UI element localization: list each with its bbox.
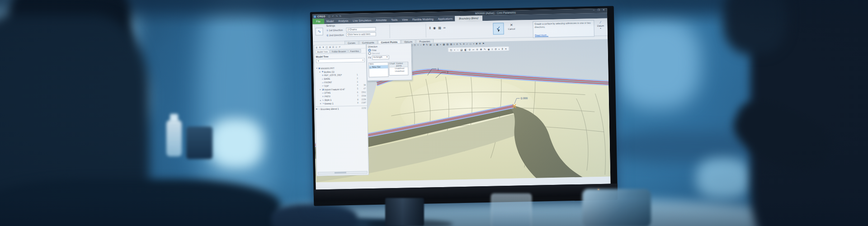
in-graphics-toolbar-icon[interactable]: + bbox=[454, 48, 455, 51]
preview-control-icon[interactable]: ◉ bbox=[433, 26, 436, 30]
graphics-toolbar-icon[interactable]: ✛ bbox=[463, 42, 465, 46]
in-graphics-toolbar-icon[interactable]: ▱ bbox=[472, 48, 474, 51]
ribbon-tab[interactable]: Annotate bbox=[373, 17, 389, 23]
ribbon-tab[interactable]: File bbox=[312, 19, 324, 24]
app-logo: CREO bbox=[317, 15, 326, 18]
qat-icon[interactable]: ↶ bbox=[332, 15, 334, 18]
in-graphics-toolbar-icon[interactable]: ✛ bbox=[476, 48, 478, 51]
panel-tab[interactable]: Options bbox=[401, 39, 415, 43]
in-graphics-toolbar-icon[interactable]: ✥ bbox=[480, 48, 482, 51]
in-graphics-toolbar-icon[interactable]: ◉ bbox=[488, 47, 490, 50]
chain-table-row[interactable]: Undefined bbox=[389, 70, 408, 73]
panel-tab[interactable]: Curves bbox=[344, 41, 359, 45]
graphics-toolbar-icon[interactable]: ✚ bbox=[423, 43, 425, 47]
graphics-toolbar-icon[interactable]: ◊ bbox=[453, 42, 455, 46]
datum-group[interactable]: ∕ Datum ▾ bbox=[594, 20, 607, 30]
panel-tab[interactable]: Control Points bbox=[378, 40, 401, 44]
graphics-toolbar-icon[interactable]: ◧ bbox=[436, 43, 439, 46]
graphics-toolbar-icon[interactable]: + bbox=[417, 43, 419, 47]
graphics-toolbar-icon[interactable]: − bbox=[420, 43, 421, 47]
panel-tab[interactable]: Constraints bbox=[359, 40, 377, 44]
graphics-toolbar-icon[interactable]: ⌖ bbox=[473, 42, 474, 46]
model-tree-toolbar-icon[interactable]: ⚙ bbox=[319, 46, 321, 48]
graphics-toolbar-icon[interactable]: ✱ bbox=[476, 42, 477, 45]
glass-cup[interactable] bbox=[491, 193, 532, 226]
person-left-hand[interactable] bbox=[271, 204, 357, 226]
model-tree-toolbar-icon[interactable]: ⊞ bbox=[329, 46, 331, 48]
ribbon-tab[interactable]: View bbox=[400, 17, 410, 22]
in-graphics-toolbar-icon[interactable]: ⊘ bbox=[495, 47, 497, 50]
fit-dropdown[interactable]: Arclength▾ bbox=[372, 55, 389, 59]
model-tree-toolbar-icon[interactable]: ▼ bbox=[322, 46, 325, 48]
tree-horizontal-scrollbar[interactable] bbox=[318, 171, 368, 174]
main-area: 0.000 1 2 ➤▢⊡+−✚↻▤⊥◧◐▦▨▧◊⊘✎✛▱▭⌖✱✜⚑ ⊡+−▤◧… bbox=[313, 39, 610, 183]
direction-radio[interactable]: Second bbox=[368, 51, 410, 55]
model-tree-toolbar-icon[interactable]: ⊟ bbox=[332, 46, 334, 48]
model-tree-toolbar-icon[interactable]: ↺ bbox=[339, 46, 340, 48]
graphics-toolbar-icon[interactable]: ▱ bbox=[466, 42, 468, 46]
graphics-toolbar-icon[interactable]: ⚑ bbox=[482, 42, 485, 45]
graphics-toolbar-icon[interactable]: ▧ bbox=[450, 42, 452, 46]
graphics-toolbar-icon[interactable]: ✜ bbox=[479, 42, 481, 45]
scrollbar-thumb[interactable] bbox=[335, 172, 346, 174]
in-graphics-toolbar-icon[interactable]: ◐ bbox=[499, 47, 500, 50]
model-tree-toolbar-icon[interactable]: ◫ bbox=[326, 46, 328, 48]
cancel-label: Cancel bbox=[506, 28, 517, 30]
qat-icon[interactable]: ↷ bbox=[336, 15, 338, 18]
panel-tab[interactable]: Properties bbox=[416, 39, 433, 43]
dimension-label[interactable]: 0.000 bbox=[521, 96, 528, 99]
ok-button[interactable]: ✓ bbox=[493, 23, 504, 34]
in-graphics-toolbar-icon[interactable]: ▤ bbox=[460, 48, 462, 51]
graphics-toolbar-icon[interactable]: ▭ bbox=[469, 42, 472, 46]
direction-collector-row[interactable]: ⇶ 2nd Direction Click here to add item bbox=[326, 32, 376, 37]
preview-control-icon[interactable]: ∞ bbox=[443, 26, 446, 30]
in-graphics-toolbar-icon[interactable]: − bbox=[457, 48, 458, 51]
ribbon-tab[interactable]: Applications bbox=[436, 16, 455, 22]
in-graphics-toolbar-icon[interactable]: ✎ bbox=[484, 47, 486, 50]
ribbon-tab[interactable]: Model bbox=[324, 19, 336, 24]
model-tree-toolbar-icon[interactable]: ≣ bbox=[316, 46, 317, 48]
tree-filter-input[interactable]: ▼▾ bbox=[316, 58, 365, 63]
ribbon-tab[interactable]: Tools bbox=[389, 17, 400, 23]
qat-icon[interactable]: ◫ bbox=[328, 15, 330, 18]
window-control-icon[interactable]: – bbox=[591, 9, 596, 11]
model-tree-toolbar-icon[interactable]: ⊙ bbox=[335, 46, 337, 48]
navigator-tab[interactable]: Favorites bbox=[349, 49, 361, 53]
ribbon-tab[interactable]: Live Simulation bbox=[350, 18, 373, 24]
set-list-item[interactable]: ◇ New Set bbox=[369, 65, 388, 69]
navigator-tab[interactable]: Folder Browser bbox=[330, 49, 348, 53]
tree-item[interactable]: ▸ ↝ Sweep 1 9 2187 bbox=[316, 101, 367, 105]
graphics-toolbar-icon[interactable]: ⊘ bbox=[456, 42, 458, 46]
graphics-toolbar-icon[interactable]: ↻ bbox=[426, 43, 428, 47]
direction-radio[interactable]: First bbox=[368, 48, 410, 52]
cancel-button[interactable]: ✕ Cancel bbox=[506, 23, 517, 30]
graphics-toolbar-icon[interactable]: ▤ bbox=[429, 43, 432, 46]
graphics-toolbar-icon[interactable]: ◐ bbox=[440, 43, 441, 46]
help-text: Create a surface by selecting references… bbox=[534, 21, 590, 28]
preview-control-icon[interactable]: Ⅱ bbox=[429, 26, 431, 30]
navigator-tab[interactable]: Model Tree bbox=[315, 50, 330, 54]
in-graphics-toolbar-icon[interactable]: Ⅱ bbox=[502, 47, 503, 50]
direction-collector-field[interactable]: Click here to add item bbox=[346, 32, 376, 37]
read-more-link[interactable]: Read more... bbox=[535, 33, 548, 37]
bottle[interactable] bbox=[166, 120, 182, 156]
qat-icon[interactable]: ↻ bbox=[340, 14, 341, 17]
ribbon-tab[interactable]: Analysis bbox=[336, 18, 351, 24]
graphics-toolbar-icon[interactable]: ✎ bbox=[459, 42, 461, 46]
pending-feature-row[interactable]: ◆ ◇ Boundary Blend 1 2232 bbox=[316, 105, 367, 111]
direction-collector-field[interactable]: 2 Chains bbox=[346, 27, 376, 32]
direction-collector-row[interactable]: ⇉ 1st Direction 2 Chains bbox=[326, 27, 376, 32]
preview-control-icon[interactable]: ▦ bbox=[438, 26, 441, 30]
graphics-toolbar-icon[interactable]: ▨ bbox=[446, 43, 448, 46]
window-control-icon[interactable]: ❐ bbox=[596, 9, 601, 11]
in-graphics-toolbar-icon[interactable]: ◊ bbox=[491, 47, 493, 50]
in-graphics-toolbar-icon[interactable]: ⊡ bbox=[450, 48, 452, 51]
in-graphics-toolbar-icon[interactable]: ◧ bbox=[464, 48, 467, 51]
in-graphics-toolbar-icon[interactable]: ✕ bbox=[505, 47, 507, 50]
graphics-toolbar-icon[interactable]: ⊡ bbox=[414, 43, 416, 47]
graphics-toolbar-icon[interactable]: ▦ bbox=[443, 43, 445, 46]
graphics-toolbar-icon[interactable]: ⊥ bbox=[433, 43, 435, 46]
window-control-icon[interactable]: ✕ bbox=[601, 9, 606, 11]
mug[interactable] bbox=[186, 127, 212, 159]
in-graphics-toolbar-icon[interactable]: ⊘ bbox=[468, 48, 471, 51]
